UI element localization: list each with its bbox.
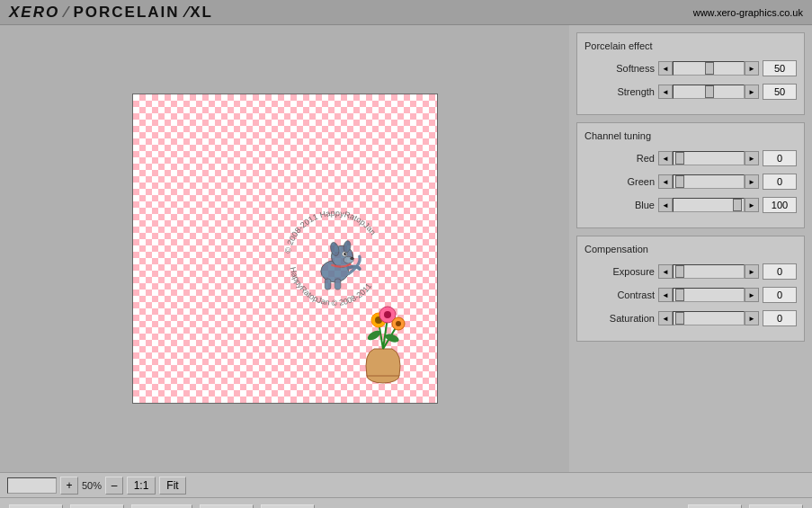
blue-value[interactable] xyxy=(763,197,797,213)
random-button[interactable]: Random xyxy=(131,504,192,509)
strength-slider[interactable] xyxy=(673,85,745,99)
watermark-overlay: © 2008-2011 HappyRatopJan HappyRatopJan … xyxy=(276,202,393,319)
title-bar: XERO ⁄ PORCELAIN ⁄XL www.xero-graphics.c… xyxy=(0,0,812,25)
red-value[interactable] xyxy=(763,150,797,166)
svg-point-22 xyxy=(396,321,401,326)
green-slider[interactable] xyxy=(673,174,745,189)
blue-right-arrow[interactable]: ► xyxy=(745,198,759,212)
svg-point-8 xyxy=(345,253,346,254)
button-bar: Load Save Random Reset About OK Cancel xyxy=(0,497,812,508)
strength-label: Strength xyxy=(592,86,655,97)
compensation-section: Compensation Exposure ◄ ► Contrast ◄ ► xyxy=(576,236,805,342)
main-area: © 2008-2011 HappyRatopJan HappyRatopJan … xyxy=(0,25,812,472)
green-row: Green ◄ ► xyxy=(584,174,797,190)
saturation-row: Saturation ◄ ► xyxy=(584,310,797,326)
contrast-row: Contrast ◄ ► xyxy=(584,287,797,303)
exposure-left-arrow[interactable]: ◄ xyxy=(658,264,673,279)
channel-section-title: Channel tuning xyxy=(584,130,797,141)
red-slider[interactable] xyxy=(673,151,745,165)
app-title: XERO ⁄ PORCELAIN ⁄XL xyxy=(9,3,213,22)
blue-label: Blue xyxy=(592,200,655,210)
red-row: Red ◄ ► xyxy=(584,150,797,166)
flower-image xyxy=(347,304,419,385)
contrast-label: Contrast xyxy=(592,290,655,300)
exposure-value[interactable] xyxy=(763,263,797,280)
zoom-bar: + 50% – 1:1 Fit xyxy=(0,472,812,497)
saturation-right-arrow[interactable]: ► xyxy=(745,311,759,325)
svg-rect-11 xyxy=(326,279,332,290)
red-right-arrow[interactable]: ► xyxy=(745,151,759,165)
load-button[interactable]: Load xyxy=(9,504,63,509)
exposure-label: Exposure xyxy=(592,266,655,277)
saturation-value[interactable] xyxy=(763,310,797,326)
save-button[interactable]: Save xyxy=(70,504,124,509)
strength-left-arrow[interactable]: ◄ xyxy=(658,85,673,99)
zoom-plus-button[interactable]: + xyxy=(60,477,78,495)
saturation-label: Saturation xyxy=(592,313,655,324)
zoom-minus-button[interactable]: – xyxy=(105,477,123,495)
zoom-1to1-button[interactable]: 1:1 xyxy=(127,477,156,495)
about-button[interactable]: About xyxy=(261,504,315,509)
exposure-right-arrow[interactable]: ► xyxy=(745,264,759,279)
strength-value[interactable] xyxy=(763,84,797,100)
blue-left-arrow[interactable]: ◄ xyxy=(658,198,673,212)
right-panel: Porcelain effect Softness ◄ ► Strength ◄… xyxy=(569,25,812,472)
exposure-row: Exposure ◄ ► xyxy=(584,263,797,280)
zoom-fit-button[interactable]: Fit xyxy=(159,477,186,495)
cancel-button[interactable]: Cancel xyxy=(749,504,803,509)
red-left-arrow[interactable]: ◄ xyxy=(658,151,673,165)
red-label: Red xyxy=(592,153,655,164)
green-label: Green xyxy=(592,176,655,187)
porcelain-effect-section: Porcelain effect Softness ◄ ► Strength ◄… xyxy=(576,32,805,115)
ok-button[interactable]: OK xyxy=(688,504,742,509)
website-label: www.xero-graphics.co.uk xyxy=(693,7,803,18)
blue-row: Blue ◄ ► xyxy=(584,197,797,213)
saturation-slider[interactable] xyxy=(673,311,745,325)
contrast-left-arrow[interactable]: ◄ xyxy=(658,288,673,302)
strength-right-arrow[interactable]: ► xyxy=(745,85,759,99)
softness-label: Softness xyxy=(592,63,655,74)
softness-left-arrow[interactable]: ◄ xyxy=(658,61,673,76)
compensation-section-title: Compensation xyxy=(584,244,797,254)
softness-value[interactable] xyxy=(763,60,797,76)
svg-point-5 xyxy=(351,256,354,259)
contrast-value[interactable] xyxy=(763,287,797,303)
blue-slider[interactable] xyxy=(673,198,745,212)
reset-button[interactable]: Reset xyxy=(200,504,254,509)
softness-right-arrow[interactable]: ► xyxy=(745,61,759,76)
zoom-percent-label: 50% xyxy=(82,480,102,491)
porcelain-section-title: Porcelain effect xyxy=(584,40,797,51)
green-right-arrow[interactable]: ► xyxy=(745,174,759,189)
green-value[interactable] xyxy=(763,174,797,190)
svg-point-7 xyxy=(344,252,347,254)
preview-canvas: © 2008-2011 HappyRatopJan HappyRatopJan … xyxy=(132,94,438,404)
contrast-slider[interactable] xyxy=(673,288,745,302)
softness-row: Softness ◄ ► xyxy=(584,60,797,76)
contrast-right-arrow[interactable]: ► xyxy=(745,288,759,302)
exposure-slider[interactable] xyxy=(673,264,745,279)
green-left-arrow[interactable]: ◄ xyxy=(658,174,673,189)
svg-point-20 xyxy=(384,311,391,318)
canvas-area: © 2008-2011 HappyRatopJan HappyRatopJan … xyxy=(0,25,569,472)
strength-row: Strength ◄ ► xyxy=(584,84,797,100)
saturation-left-arrow[interactable]: ◄ xyxy=(658,311,673,325)
channel-tuning-section: Channel tuning Red ◄ ► Green ◄ ► xyxy=(576,122,805,228)
softness-slider[interactable] xyxy=(673,61,745,76)
zoom-input[interactable] xyxy=(7,477,57,494)
svg-rect-12 xyxy=(335,279,342,290)
